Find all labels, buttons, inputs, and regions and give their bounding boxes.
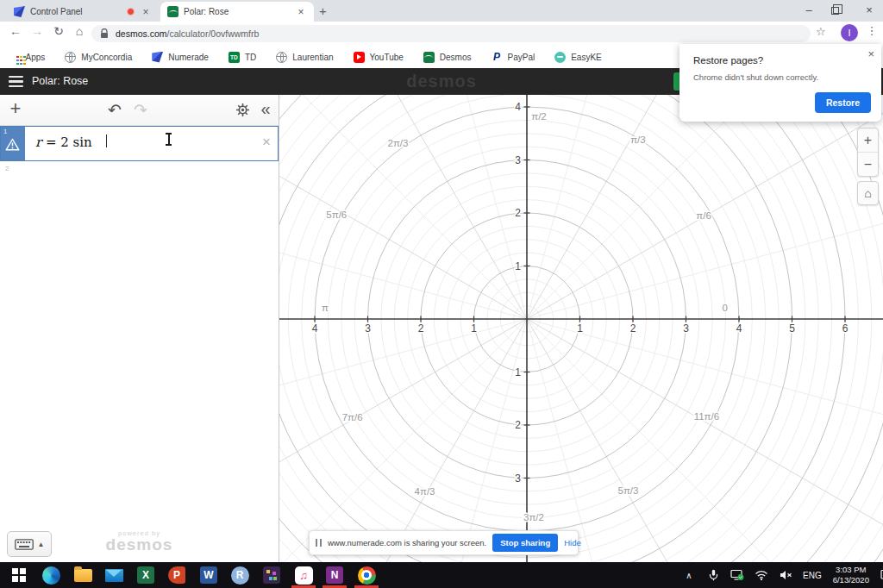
polar-graph[interactable]: 123456123412341230π/6π/3π/22π/35π/6π7π/6…	[279, 95, 883, 562]
tab-control-panel[interactable]: Control Panel ×	[7, 2, 159, 22]
svg-text:2: 2	[515, 419, 521, 431]
delete-expression-icon[interactable]: ×	[262, 134, 271, 151]
popup-message: Chrome didn't shut down correctly.	[693, 72, 818, 82]
bookmark-numerade[interactable]: Numerade	[146, 52, 215, 63]
svg-text:0: 0	[722, 303, 727, 313]
expression-panel: + ↶ ↷ « 1 r = 2 sin ×	[0, 95, 279, 562]
file-explorer-icon[interactable]	[72, 565, 93, 585]
tab-title: Control Panel	[30, 7, 122, 16]
bookmark-label: MyConcordia	[81, 53, 132, 62]
excel-icon[interactable]: X	[135, 565, 156, 585]
bookmark-myconcordia[interactable]: MyConcordia	[59, 52, 138, 63]
window-minimize-button[interactable]: –	[800, 3, 817, 16]
default-viewport-button[interactable]: ⌂	[857, 181, 879, 205]
apps-shortcut[interactable]: Apps	[9, 53, 51, 62]
svg-text:5π/6: 5π/6	[326, 210, 347, 220]
recording-indicator-icon	[127, 8, 135, 16]
window-restore-button[interactable]	[831, 7, 839, 15]
svg-text:1: 1	[577, 322, 583, 335]
pause-icon[interactable]	[316, 539, 322, 547]
home-button[interactable]: ⌂	[71, 24, 88, 38]
easyke-icon	[554, 52, 566, 63]
r-app-icon[interactable]: R	[229, 565, 250, 585]
apps-grid-icon	[16, 56, 19, 59]
bookmark-paypal[interactable]: PPayPal	[485, 52, 542, 63]
start-button[interactable]	[9, 565, 29, 585]
address-bar[interactable]: desmos.com/calculator/0ovfwwmfrb	[91, 25, 811, 42]
action-center-icon[interactable]	[878, 566, 883, 585]
system-tray: ∧ ENG 3:03 PM 6/13/2020	[679, 562, 883, 588]
ibeam-cursor-icon	[165, 133, 172, 146]
bookmark-label: Numerade	[168, 53, 209, 62]
paypal-icon: P	[492, 52, 503, 63]
keyboard-toggle-button[interactable]: ▲	[7, 531, 52, 557]
browser-menu-icon[interactable]: ⋮	[865, 24, 879, 37]
svg-text:4: 4	[736, 322, 742, 335]
bookmark-youtube[interactable]: YouTube	[348, 52, 410, 63]
expression-index: 1	[3, 128, 7, 135]
svg-text:1: 1	[515, 366, 521, 378]
bookmark-desmos[interactable]: Desmos	[417, 52, 478, 63]
new-tab-button[interactable]: +	[319, 3, 327, 18]
word-icon[interactable]: W	[198, 565, 219, 585]
microphone-icon[interactable]	[704, 566, 723, 585]
bookmark-label: TD	[245, 53, 256, 62]
bookmark-easyke[interactable]: EasyKE	[548, 52, 608, 63]
tab-close-icon[interactable]: ×	[140, 6, 152, 18]
expression-row-1[interactable]: 1 r = 2 sin ×	[0, 126, 279, 161]
expression-gutter[interactable]: 1	[1, 127, 25, 160]
svg-text:7π/6: 7π/6	[342, 412, 363, 422]
graph-title[interactable]: Polar: Rose	[32, 75, 88, 87]
edge-icon[interactable]	[41, 565, 61, 585]
svg-text:π/6: π/6	[696, 210, 711, 221]
gear-icon[interactable]	[232, 103, 253, 122]
add-expression-button[interactable]: +	[5, 97, 26, 120]
svg-text:11π/6: 11π/6	[694, 411, 719, 422]
undo-icon[interactable]: ↶	[104, 100, 125, 120]
tab-close-icon[interactable]: ×	[295, 6, 307, 18]
desmos-icon	[423, 52, 435, 63]
collapse-panel-icon[interactable]: «	[255, 99, 276, 119]
mail-icon[interactable]	[103, 565, 124, 585]
desmos-favicon-icon	[167, 6, 178, 17]
bookmark-laurentian[interactable]: Laurentian	[270, 52, 339, 63]
profile-avatar[interactable]: I	[841, 24, 858, 41]
expression-rhs: = 2 sin	[41, 134, 92, 150]
display-cast-icon[interactable]	[728, 566, 747, 585]
svg-text:π: π	[322, 303, 329, 313]
tray-chevron-icon[interactable]: ∧	[679, 566, 698, 585]
window-close-button[interactable]: ×	[861, 3, 878, 16]
itunes-icon[interactable]: ♫	[293, 565, 314, 585]
hamburger-menu-icon[interactable]	[9, 76, 23, 87]
tab-polar-rose[interactable]: Polar: Rose ×	[160, 2, 314, 22]
wifi-icon[interactable]	[752, 566, 771, 585]
hide-link[interactable]: Hide	[564, 538, 583, 547]
svg-text:4π/3: 4π/3	[415, 486, 435, 497]
clock[interactable]: 3:03 PM 6/13/2020	[830, 565, 873, 585]
chrome-icon[interactable]	[356, 565, 377, 585]
bookmark-label: Desmos	[440, 53, 472, 62]
redo-icon[interactable]: ↷	[130, 100, 151, 120]
zoom-out-button[interactable]: −	[858, 153, 878, 177]
expression-text: r = 2 sin	[35, 134, 92, 150]
expression-index-2[interactable]: 2	[5, 165, 9, 172]
stop-sharing-button[interactable]: Stop sharing	[492, 534, 558, 552]
forward-button[interactable]: →	[28, 24, 46, 38]
expression-input[interactable]: r = 2 sin ×	[25, 127, 278, 160]
bookmark-star-icon[interactable]: ☆	[816, 25, 826, 38]
url-text: desmos.com/calculator/0ovfwwmfrb	[116, 28, 259, 39]
game-app-icon[interactable]	[261, 565, 282, 585]
back-button[interactable]: ←	[7, 24, 24, 38]
powerpoint-icon[interactable]: P	[166, 565, 187, 585]
svg-text:3: 3	[365, 322, 371, 335]
restore-button[interactable]: Restore	[815, 92, 871, 113]
keyboard-expand-icon: ▲	[38, 541, 45, 548]
bookmark-td[interactable]: TDTD	[222, 52, 262, 63]
reload-button[interactable]: ↻	[50, 24, 67, 38]
language-indicator[interactable]: ENG	[800, 571, 824, 580]
onenote-icon[interactable]: N	[324, 565, 345, 585]
zoom-in-button[interactable]: +	[858, 128, 878, 153]
popup-close-icon[interactable]: ×	[867, 47, 874, 60]
volume-muted-icon[interactable]	[776, 566, 795, 585]
apps-label: Apps	[26, 53, 46, 62]
